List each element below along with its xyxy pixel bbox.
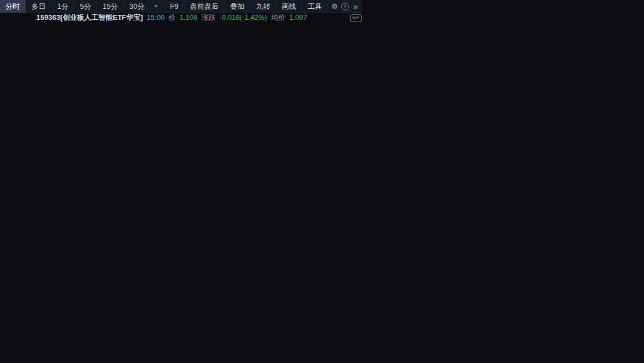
wp-badge[interactable]: WP	[350, 14, 362, 22]
tool-button-画线[interactable]: 画线	[276, 0, 302, 13]
tool-button-F9[interactable]: F9	[165, 0, 184, 13]
chart-title-bar: 159363[创业板人工智能ETF华宝]15:00价1.108涨跌-0.016(…	[36, 14, 311, 21]
period-tab-5分[interactable]: 5分	[74, 0, 97, 13]
tool-button-九转[interactable]: 九转	[250, 0, 276, 13]
change-label: 涨跌	[201, 13, 216, 21]
change-value: -0.016(-1.42%)	[220, 13, 268, 21]
period-toolbar: 分时多日1分5分15分30分▼F9盘前盘后叠加九转画线工具⚙?»	[0, 0, 362, 13]
quote-time: 15:00	[147, 13, 165, 21]
gear-icon[interactable]: ⚙	[328, 0, 341, 13]
avg-label: 均价	[271, 13, 285, 21]
tool-button-工具[interactable]: 工具	[302, 0, 328, 13]
period-tab-30分[interactable]: 30分	[124, 0, 150, 13]
more-chevrons-icon[interactable]: »	[351, 0, 362, 13]
symbol-title: 159363[创业板人工智能ETF华宝]	[36, 13, 143, 21]
help-icon[interactable]: ?	[341, 3, 349, 10]
period-tab-分时[interactable]: 分时	[0, 0, 26, 13]
avg-value: 1.097	[289, 13, 307, 21]
period-dropdown-caret[interactable]: ▼	[150, 0, 162, 13]
price-value: 1.108	[179, 13, 198, 21]
period-tab-1分[interactable]: 1分	[52, 0, 74, 13]
tool-button-盘前盘后[interactable]: 盘前盘后	[184, 0, 225, 13]
price-label: 价	[168, 13, 176, 21]
period-tab-多日[interactable]: 多日	[26, 0, 52, 13]
tool-button-叠加[interactable]: 叠加	[225, 0, 250, 13]
period-tab-15分[interactable]: 15分	[97, 0, 123, 13]
